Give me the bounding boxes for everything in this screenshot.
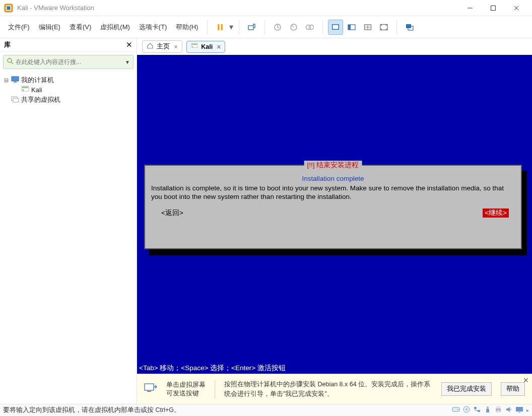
svg-point-24	[23, 90, 24, 91]
vm-console[interactable]: [!!] 结束安装进程 Installation complete Instal…	[137, 55, 532, 374]
helper-close-icon[interactable]: ✕	[523, 376, 529, 384]
svg-rect-36	[474, 407, 477, 409]
menu-help[interactable]: 帮助(H)	[172, 21, 202, 34]
tray-chevron-icon[interactable]: ▸	[526, 407, 529, 413]
snapshot-manager-button[interactable]	[302, 20, 317, 35]
pause-button[interactable]	[213, 20, 228, 35]
thumbnail-bar-button[interactable]	[344, 20, 359, 35]
tab-close-icon[interactable]: ×	[174, 43, 178, 51]
snapshot-button[interactable]	[270, 20, 285, 35]
show-console-button[interactable]	[328, 20, 343, 35]
tab-close-icon[interactable]: ×	[217, 43, 221, 51]
tree-my-computer[interactable]: ⊟ 我的计算机	[2, 75, 135, 85]
library-close-icon[interactable]: ✕	[126, 40, 132, 49]
installer-key-hint: <Tab> 移动；<Space> 选择；<Enter> 激活按钮	[137, 363, 532, 374]
library-header: 库	[4, 40, 126, 49]
tab-kali[interactable]: Kali ×	[186, 41, 225, 53]
sound-icon[interactable]	[505, 406, 512, 414]
library-sidebar: 库 ✕ ▼ ⊟ 我的计算机 Kali 共	[0, 38, 137, 404]
svg-rect-5	[221, 24, 223, 30]
disk-icon[interactable]	[452, 406, 460, 414]
main-area: 库 ✕ ▼ ⊟ 我的计算机 Kali 共	[0, 38, 532, 404]
svg-point-35	[466, 409, 468, 410]
monitor-icon	[11, 76, 19, 85]
tab-strip: 主页 × Kali ×	[137, 38, 532, 53]
home-icon	[147, 42, 154, 51]
svg-rect-12	[333, 25, 339, 29]
fullscreen-button[interactable]	[376, 20, 391, 35]
library-tree: ⊟ 我的计算机 Kali 共享的虚拟机	[0, 72, 137, 108]
library-search[interactable]: ▼	[3, 55, 134, 69]
search-dropdown-icon[interactable]: ▼	[125, 59, 130, 65]
close-button[interactable]	[505, 0, 528, 16]
svg-rect-42	[497, 410, 500, 412]
install-helper-bar: 单击虚拟屏幕 可发送按键 按照在物理计算机中的步骤安装 Debian 8.x 6…	[137, 374, 532, 404]
printer-icon[interactable]	[494, 406, 502, 414]
svg-point-33	[457, 409, 458, 410]
svg-point-29	[192, 46, 193, 47]
svg-point-10	[309, 25, 314, 29]
install-help-button[interactable]: 帮助	[501, 382, 525, 396]
menu-file[interactable]: 文件(F)	[4, 21, 34, 34]
unity-button[interactable]	[402, 20, 417, 35]
helper-instructions: 按照在物理计算机中的步骤安装 Debian 8.x 64 位。安装完成后，操作系…	[224, 380, 432, 398]
stretch-button[interactable]	[360, 20, 375, 35]
vm-icon	[191, 43, 198, 50]
svg-rect-28	[192, 44, 197, 45]
power-dropdown[interactable]: ▾	[229, 22, 234, 32]
svg-rect-21	[14, 82, 17, 83]
svg-rect-14	[348, 25, 351, 30]
svg-rect-39	[486, 409, 489, 412]
cd-icon[interactable]	[463, 406, 470, 414]
window-title: Kali - VMware Workstation	[17, 4, 458, 12]
search-icon	[7, 57, 14, 66]
svg-point-19	[8, 58, 12, 62]
content-area: 主页 × Kali × [!!] 结束安装进程 Installation com…	[137, 38, 532, 404]
tab-label: Kali	[201, 43, 213, 50]
menu-vm[interactable]: 虚拟机(M)	[96, 21, 134, 34]
svg-rect-38	[487, 406, 489, 409]
tree-label: Kali	[31, 86, 42, 94]
library-search-input[interactable]	[16, 58, 125, 65]
send-ctrlaltdel-button[interactable]	[244, 20, 259, 35]
svg-rect-23	[22, 87, 28, 88]
svg-rect-6	[248, 26, 253, 30]
installer-frame-title: [!!] 结束安装进程	[304, 161, 362, 170]
tree-label: 我的计算机	[21, 76, 54, 85]
status-message: 要将输入定向到该虚拟机，请在虚拟机内部单击或按 Ctrl+G。	[3, 406, 452, 414]
usb-icon[interactable]	[484, 406, 491, 414]
menu-tabs[interactable]: 选项卡(T)	[135, 21, 171, 34]
svg-rect-20	[12, 77, 19, 81]
tab-home[interactable]: 主页 ×	[142, 40, 182, 53]
svg-rect-4	[218, 24, 220, 30]
app-icon	[4, 4, 13, 13]
svg-rect-2	[7, 6, 11, 10]
maximize-button[interactable]	[482, 0, 505, 16]
svg-rect-30	[145, 384, 154, 390]
svg-rect-43	[516, 407, 523, 411]
collapse-icon[interactable]: ⊟	[3, 77, 9, 84]
helper-line1b: 可发送按键	[166, 389, 206, 398]
installer-body: Installation is complete, so it is time …	[145, 182, 521, 203]
device-tray: ▸	[452, 406, 529, 414]
snapshot-revert-button[interactable]	[286, 20, 301, 35]
shared-icon	[11, 96, 19, 104]
install-done-button[interactable]: 我已完成安装	[441, 382, 492, 396]
tree-kali[interactable]: Kali	[2, 85, 135, 95]
minimize-button[interactable]	[458, 0, 482, 16]
svg-rect-44	[518, 412, 520, 413]
tree-shared[interactable]: 共享的虚拟机	[2, 95, 135, 105]
menu-view[interactable]: 查看(V)	[65, 21, 95, 34]
menubar: 文件(F) 编辑(E) 查看(V) 虚拟机(M) 选项卡(T) 帮助(H) ▾	[0, 16, 532, 38]
network-icon[interactable]	[473, 406, 481, 414]
display-icon[interactable]	[515, 406, 523, 414]
vm-icon	[21, 86, 29, 94]
installer-back-button[interactable]: <返回>	[161, 209, 183, 218]
menu-edit[interactable]: 编辑(E)	[35, 21, 64, 34]
svg-rect-31	[147, 391, 151, 392]
tree-label: 共享的虚拟机	[21, 95, 60, 104]
helper-line1a: 单击虚拟屏幕	[166, 381, 206, 389]
installer-dialog: [!!] 结束安装进程 Installation complete Instal…	[144, 165, 522, 249]
installer-continue-button[interactable]: <继续>	[483, 209, 509, 218]
status-bar: 要将输入定向到该虚拟机，请在虚拟机内部单击或按 Ctrl+G。 ▸	[0, 404, 532, 416]
